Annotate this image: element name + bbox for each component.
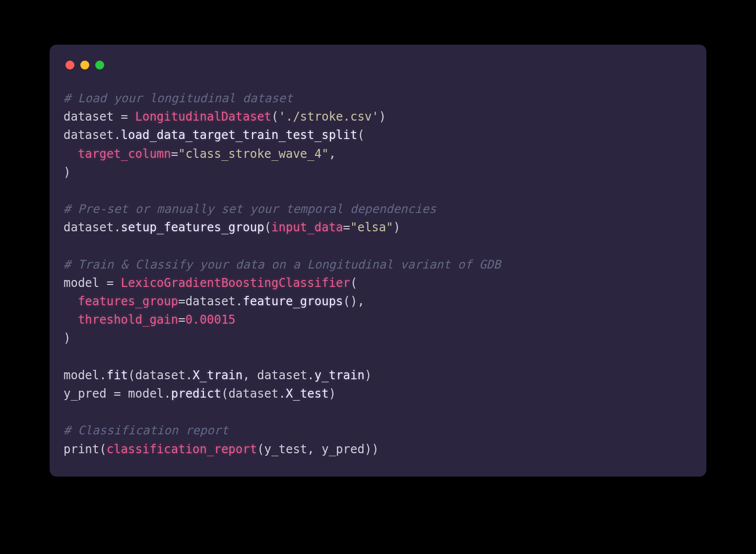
code-token: feature_groups	[243, 294, 343, 308]
code-token: ,	[329, 147, 336, 161]
code-token: )	[63, 331, 70, 345]
code-token: )	[379, 110, 386, 124]
code-line: dataset.setup_features_group(input_data=…	[63, 220, 400, 234]
code-token: (	[99, 442, 106, 456]
code-token: "class_stroke_wave_4"	[178, 147, 328, 161]
code-token: load_data_target_train_test_split	[121, 128, 358, 142]
code-line: model = LexicoGradientBoostingClassifier…	[63, 276, 357, 290]
code-token: print	[63, 442, 99, 456]
code-line: target_column="class_stroke_wave_4",	[63, 147, 336, 161]
code-token: X_train	[192, 368, 243, 382]
code-token: (	[221, 387, 228, 401]
maximize-icon[interactable]	[95, 61, 104, 69]
code-token: (	[271, 110, 278, 124]
code-token: setup_features_group	[121, 220, 264, 234]
code-token: .	[114, 220, 121, 234]
code-token: predict	[171, 387, 221, 401]
code-token: )	[329, 387, 336, 401]
code-token: # Load your longitudinal dataset	[63, 91, 293, 105]
code-token: =	[178, 294, 185, 308]
code-token: dataset	[63, 128, 114, 142]
code-token: .	[279, 387, 286, 401]
code-token: threshold_gain	[78, 313, 178, 327]
code-token: =	[171, 147, 178, 161]
code-token: model	[63, 276, 99, 290]
code-token: dataset	[186, 294, 236, 308]
code-token: LexicoGradientBoostingClassifier	[121, 276, 350, 290]
code-line: dataset.load_data_target_train_test_spli…	[63, 128, 365, 142]
code-line: # Load your longitudinal dataset	[63, 91, 293, 105]
code-token: 0.00015	[186, 313, 236, 327]
code-line: )	[63, 331, 70, 345]
window-controls	[63, 59, 693, 69]
code-token: (	[350, 276, 357, 290]
code-line: dataset = LongitudinalDataset('./stroke.…	[63, 110, 386, 124]
code-token: dataset	[228, 387, 278, 401]
code-token: =	[99, 276, 121, 290]
code-token: ,	[243, 368, 257, 382]
code-line: print(classification_report(y_test, y_pr…	[63, 442, 379, 456]
code-token: =	[114, 110, 135, 124]
code-token: )	[63, 165, 70, 179]
minimize-icon[interactable]	[80, 61, 89, 69]
code-line: model.fit(dataset.X_train, dataset.y_tra…	[63, 368, 372, 382]
code-token: (	[128, 368, 135, 382]
code-window: # Load your longitudinal dataset dataset…	[50, 45, 706, 477]
code-token: y_train	[315, 368, 365, 382]
code-token: .	[307, 368, 314, 382]
code-line: # Classification report	[63, 423, 228, 437]
code-token: y_test	[264, 442, 308, 456]
code-token: (),	[343, 294, 365, 308]
code-token: # Classification report	[63, 423, 228, 437]
code-line: # Pre-set or manually set your temporal …	[63, 202, 436, 216]
code-token: classification_report	[107, 442, 257, 456]
code-token: LongitudinalDataset	[135, 110, 272, 124]
code-token: (	[257, 442, 264, 456]
code-token: dataset	[63, 110, 114, 124]
code-token: "elsa"	[350, 220, 393, 234]
code-token: .	[236, 294, 243, 308]
code-token: ,	[307, 442, 321, 456]
code-line: threshold_gain=0.00015	[63, 313, 236, 327]
code-token: dataset	[135, 368, 186, 382]
close-icon[interactable]	[65, 61, 74, 69]
code-token: './stroke.csv'	[279, 110, 379, 124]
code-token: )	[365, 368, 372, 382]
code-token: model	[63, 368, 99, 382]
code-token: y_pred	[63, 387, 107, 401]
code-block[interactable]: # Load your longitudinal dataset dataset…	[63, 89, 693, 459]
code-token: features_group	[78, 294, 178, 308]
code-token: # Pre-set or manually set your temporal …	[63, 202, 436, 216]
code-token	[63, 313, 78, 327]
code-token: X_test	[286, 387, 329, 401]
code-token: =	[107, 387, 128, 401]
code-token: input_data	[271, 220, 343, 234]
code-line: features_group=dataset.feature_groups(),	[63, 294, 365, 308]
code-token: )	[393, 220, 400, 234]
code-token: .	[114, 128, 121, 142]
code-line: y_pred = model.predict(dataset.X_test)	[63, 387, 336, 401]
code-token: fit	[107, 368, 128, 382]
code-token: y_pred	[321, 442, 365, 456]
code-token: (	[357, 128, 364, 142]
code-token: dataset	[257, 368, 307, 382]
code-token: model	[128, 387, 164, 401]
code-token	[63, 294, 78, 308]
code-token: .	[164, 387, 171, 401]
code-token: target_column	[78, 147, 171, 161]
code-token: ))	[365, 442, 379, 456]
code-token: (	[264, 220, 271, 234]
code-token: # Train & Classify your data on a Longit…	[63, 258, 501, 272]
code-line: # Train & Classify your data on a Longit…	[63, 258, 501, 272]
code-token: =	[178, 313, 185, 327]
code-token: dataset	[63, 220, 114, 234]
code-line: )	[63, 165, 70, 179]
code-token: .	[186, 368, 192, 382]
code-token: =	[343, 220, 350, 234]
code-token	[63, 147, 78, 161]
code-token: .	[99, 368, 106, 382]
